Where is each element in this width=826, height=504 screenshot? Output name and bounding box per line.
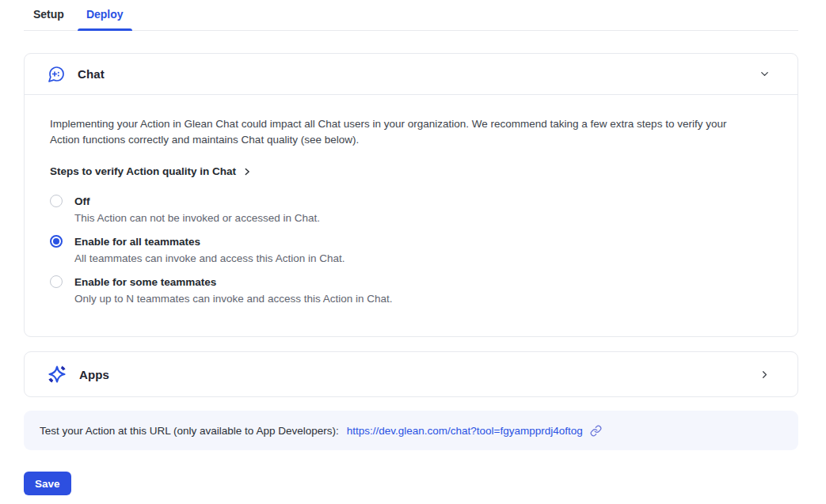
test-url-banner: Test your Action at this URL (only avail… [24,411,798,450]
apps-expand-chevron-right-icon[interactable] [755,365,774,384]
apps-section-title: Apps [79,368,109,381]
steps-link-label: Steps to verify Action quality in Chat [50,165,236,177]
save-button[interactable]: Save [24,472,71,495]
chat-section-body: Implementing your Action in Glean Chat c… [25,95,797,336]
radio-enable-some[interactable] [50,275,63,288]
radio-enable-all[interactable] [50,235,63,248]
deploy-page: Setup Deploy Chat [0,0,826,504]
chat-collapse-chevron-down-icon[interactable] [755,65,774,84]
main-content: Chat Implementing your Action in Glean C… [24,53,798,495]
radio-enable-all-description: All teammates can invoke and access this… [74,251,772,266]
tab-bar: Setup Deploy [24,0,798,31]
steps-to-verify-link[interactable]: Steps to verify Action quality in Chat [50,165,252,177]
radio-off[interactable] [50,195,63,207]
chevron-right-icon [242,167,252,176]
chat-bubble-sparkle-icon [47,65,66,84]
radio-enable-all-label[interactable]: Enable for all teammates [74,236,200,248]
link-chain-icon[interactable] [590,425,602,437]
chat-section-card: Chat Implementing your Action in Glean C… [24,53,798,337]
radio-off-label[interactable]: Off [74,195,90,207]
radio-option-off: Off This Action can not be invoked or ac… [50,195,772,225]
chat-section-title: Chat [78,67,105,81]
apps-section-card: Apps [24,351,798,397]
chat-description: Implementing your Action in Glean Chat c… [50,116,751,148]
tab-setup[interactable]: Setup [32,6,66,30]
test-url-label: Test your Action at this URL (only avail… [40,425,339,437]
apps-sparkle-star-icon [47,364,67,385]
apps-section-header[interactable]: Apps [25,352,797,396]
test-url-link[interactable]: https://dev.glean.com/chat?tool=fgyamppr… [347,425,583,437]
chat-access-radio-group: Off This Action can not be invoked or ac… [50,195,772,306]
radio-enable-some-description: Only up to N teammates can invoke and ac… [74,291,772,306]
chat-section-header[interactable]: Chat [25,54,797,95]
radio-option-enable-some: Enable for some teammates Only up to N t… [50,275,772,306]
radio-off-description: This Action can not be invoked or access… [74,210,772,225]
radio-enable-some-label[interactable]: Enable for some teammates [74,276,216,288]
tab-deploy[interactable]: Deploy [85,6,125,30]
radio-option-enable-all: Enable for all teammates All teammates c… [50,235,772,266]
